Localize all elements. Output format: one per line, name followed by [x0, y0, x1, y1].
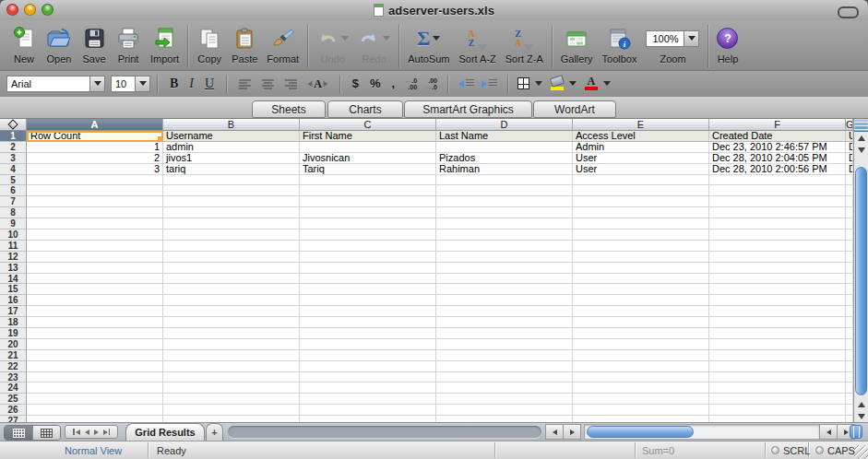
cell-A12[interactable]	[27, 252, 163, 263]
row-header-24[interactable]: 24	[0, 382, 27, 394]
cell-F10[interactable]	[709, 230, 846, 241]
percent-format-button[interactable]: %	[370, 76, 381, 90]
scroll-left-button-right[interactable]	[819, 424, 838, 440]
cell-E25[interactable]	[573, 394, 709, 405]
scroll-up-button[interactable]	[854, 132, 868, 144]
cell-B11[interactable]	[163, 241, 300, 252]
resize-grip[interactable]	[854, 445, 868, 459]
cell-C9[interactable]	[300, 218, 436, 230]
cell-E23[interactable]	[573, 372, 709, 383]
view-mode-label[interactable]: Normal View	[65, 441, 122, 459]
font-name-value[interactable]: Arial	[6, 76, 89, 92]
sheet-tab-grid-results[interactable]: Grid Results	[125, 423, 205, 441]
cell-C23[interactable]	[300, 372, 436, 383]
cell-A21[interactable]	[27, 350, 163, 361]
vertical-scrollbar[interactable]	[853, 119, 868, 422]
cell-C15[interactable]	[300, 284, 436, 295]
toolbar-toggle-button[interactable]	[838, 6, 859, 18]
row-header-25[interactable]: 25	[0, 394, 27, 405]
cell-C8[interactable]	[300, 207, 436, 218]
cell-E16[interactable]	[573, 295, 709, 306]
cell-D9[interactable]	[436, 218, 573, 230]
tab-charts[interactable]: Charts	[327, 100, 403, 118]
cell-D24[interactable]	[436, 382, 573, 394]
row-header-7[interactable]: 7	[0, 196, 27, 207]
cell-A26[interactable]	[27, 405, 163, 416]
new-button[interactable]: New	[12, 23, 36, 65]
cell-B22[interactable]	[163, 361, 300, 372]
cell-C11[interactable]	[300, 241, 436, 252]
cell-D27[interactable]	[436, 416, 573, 422]
cell-C21[interactable]	[300, 350, 436, 361]
next-sheet-button[interactable]	[94, 430, 99, 435]
cell-E21[interactable]	[573, 350, 709, 361]
cell-G8[interactable]	[846, 207, 853, 218]
scroll-down-button[interactable]	[854, 144, 868, 156]
cell-B25[interactable]	[163, 394, 300, 405]
cell-A11[interactable]	[27, 241, 163, 252]
cell-A9[interactable]	[27, 218, 163, 230]
cell-A25[interactable]	[27, 394, 163, 405]
horizontal-scroll-thumb[interactable]	[587, 426, 694, 438]
cell-B3[interactable]: jivos1	[163, 153, 300, 164]
cell-E17[interactable]	[573, 306, 709, 317]
last-sheet-button[interactable]	[103, 429, 111, 435]
cell-C14[interactable]	[300, 274, 436, 285]
format-button[interactable]: Format	[267, 23, 299, 65]
cell-D2[interactable]	[436, 142, 573, 153]
cell-C24[interactable]	[300, 382, 436, 394]
currency-format-button[interactable]: $	[352, 76, 359, 90]
cell-G9[interactable]	[846, 218, 853, 230]
scroll-down-button-bottom[interactable]	[854, 410, 868, 422]
cell-D20[interactable]	[436, 339, 573, 350]
cell-B7[interactable]	[163, 196, 300, 207]
horizontal-scrollbar[interactable]	[584, 424, 820, 440]
cell-E6[interactable]	[573, 185, 709, 196]
cell-A23[interactable]	[27, 372, 163, 383]
cell-D26[interactable]	[436, 405, 573, 416]
cell-F21[interactable]	[709, 350, 846, 361]
cell-F16[interactable]	[709, 295, 846, 306]
cell-E27[interactable]	[573, 416, 709, 422]
column-header-G[interactable]: G	[846, 119, 853, 131]
cell-F9[interactable]	[709, 218, 846, 230]
row-header-18[interactable]: 18	[0, 317, 27, 328]
cell-E2[interactable]: Admin	[573, 142, 709, 153]
cell-F12[interactable]	[709, 252, 846, 263]
cell-B15[interactable]	[163, 284, 300, 295]
column-header-F[interactable]: F	[709, 119, 846, 131]
cell-A5[interactable]	[27, 175, 163, 186]
cell-B21[interactable]	[163, 350, 300, 361]
decrease-indent-button[interactable]	[458, 79, 474, 88]
row-header-6[interactable]: 6	[0, 185, 27, 196]
cell-E8[interactable]	[573, 207, 709, 218]
cell-G11[interactable]	[846, 241, 853, 252]
cell-A13[interactable]	[27, 263, 163, 274]
cell-A14[interactable]	[27, 274, 163, 285]
cell-G3[interactable]: D	[846, 153, 853, 164]
cell-A8[interactable]	[27, 207, 163, 218]
cell-B17[interactable]	[163, 306, 300, 317]
cell-E9[interactable]	[573, 218, 709, 230]
row-header-8[interactable]: 8	[0, 207, 27, 218]
cell-G23[interactable]	[846, 372, 853, 383]
redo-button[interactable]: Redo	[358, 23, 390, 65]
column-header-D[interactable]: D	[436, 119, 573, 131]
row-header-26[interactable]: 26	[0, 405, 27, 416]
scroll-right-button[interactable]	[563, 424, 581, 440]
italic-button[interactable]: I	[189, 76, 194, 91]
borders-button[interactable]	[517, 77, 529, 89]
cell-E4[interactable]: User	[573, 164, 709, 175]
cell-E24[interactable]	[573, 382, 709, 394]
cell-A1[interactable]: Row Count	[27, 131, 163, 142]
cell-G21[interactable]	[846, 350, 853, 361]
autosum-dropdown-arrow[interactable]	[433, 36, 440, 41]
tab-smartart-graphics[interactable]: SmartArt Graphics	[404, 100, 532, 118]
cell-D16[interactable]	[436, 295, 573, 306]
undo-dropdown-arrow[interactable]	[341, 36, 349, 41]
cell-F5[interactable]	[709, 175, 846, 186]
cell-F24[interactable]	[709, 382, 846, 394]
cell-A24[interactable]	[27, 382, 163, 394]
cell-E5[interactable]	[573, 175, 709, 186]
cell-F7[interactable]	[709, 196, 846, 207]
